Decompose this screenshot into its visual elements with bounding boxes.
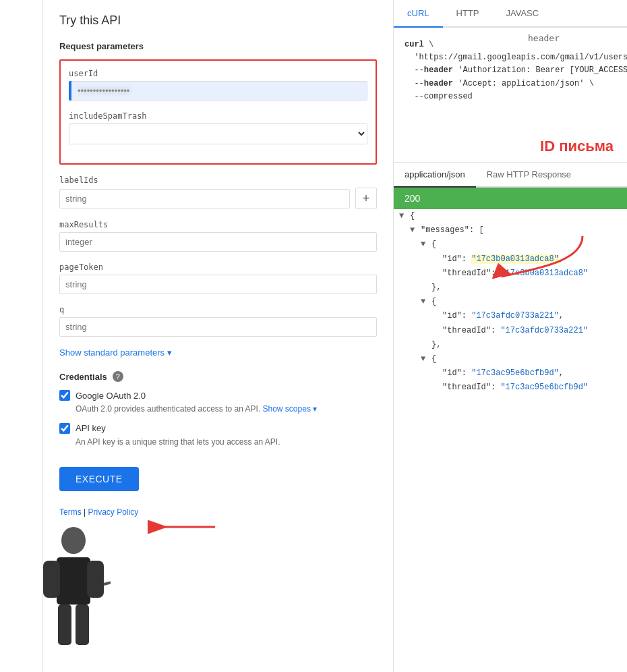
terms-pipe: | [84, 507, 86, 517]
tab-javascript[interactable]: JAVASC [492, 0, 552, 28]
response-tabs: application/json Raw HTTP Response [394, 163, 627, 188]
credentials-title: Credentials [59, 372, 107, 382]
code-area: curl \ 'https://gmail.googleapis.com/gma… [394, 28, 627, 163]
svg-rect-2 [43, 561, 60, 598]
q-label: q [59, 305, 377, 314]
userid-input-bar [69, 81, 71, 101]
json-item2-close: }, [394, 338, 627, 352]
json-item3-open: ▼ { [394, 352, 627, 366]
terms-link[interactable]: Terms [59, 507, 82, 517]
right-panel: cURL HTTP JAVASC curl \ 'https://gmail.g… [394, 0, 627, 672]
maxresults-input[interactable] [59, 232, 377, 252]
json-item1-id: "id": "17c3b0a0313adca8", [394, 252, 627, 267]
request-params-box: userId includeSpamTrash true false [59, 59, 377, 165]
header-annotation: header [528, 33, 560, 43]
json-item2-id: "id": "17c3afdc0733a221", [394, 309, 627, 323]
pagetoken-input[interactable] [59, 275, 377, 294]
tab-curl[interactable]: cURL [394, 0, 443, 28]
json-item2-open: ▼ { [394, 295, 627, 309]
labelids-label: labelIds [59, 175, 377, 185]
code-line-3: --header 'Authorization: Bearer [YOUR_AC… [405, 64, 616, 77]
execute-button[interactable]: EXECUTE [59, 467, 139, 491]
code-line-1: curl \ [405, 38, 616, 51]
oauth-label[interactable]: Google OAuth 2.0 [59, 390, 377, 401]
execute-arrow-svg [141, 513, 222, 540]
userid-label: userId [69, 69, 367, 78]
main-content: Try this API Request parameters userId i… [43, 0, 627, 672]
person-figure [43, 517, 111, 652]
userid-group: userId [69, 69, 367, 101]
maxresults-group: maxResults [59, 220, 377, 252]
json-item2-collapse-icon[interactable]: ▼ [421, 296, 431, 308]
left-panel: Try this API Request parameters userId i… [43, 0, 394, 672]
apikey-label[interactable]: API key [59, 423, 377, 434]
tab-raw-http[interactable]: Raw HTTP Response [476, 163, 582, 188]
code-line-5: --compressed [405, 90, 616, 103]
svg-rect-4 [58, 605, 71, 645]
json-messages-collapse-icon[interactable]: ▼ [410, 224, 421, 237]
show-standard-params-link[interactable]: Show standard parameters ▾ [59, 347, 377, 358]
svg-rect-5 [76, 605, 89, 645]
show-scopes-text: Show scopes [263, 404, 311, 414]
svg-rect-1 [57, 557, 90, 605]
include-spam-trash-label: includeSpamTrash [69, 111, 367, 121]
json-item1-threadid: "threadId": "17c3b0a0313adca8" [394, 267, 627, 281]
code-tabs: cURL HTTP JAVASC [394, 0, 627, 28]
labelids-group: labelIds + [59, 175, 377, 209]
request-params-title: Request parameters [59, 41, 377, 51]
json-messages-key: ▼ "messages": [ [394, 223, 627, 237]
userid-input-wrapper [69, 81, 367, 101]
include-spam-trash-select[interactable]: true false [69, 123, 367, 144]
status-bar: 200 [394, 188, 627, 209]
maxresults-label: maxResults [59, 220, 377, 229]
oauth-desc: OAuth 2.0 provides authenticated access … [59, 403, 377, 415]
privacy-link[interactable]: Privacy Policy [88, 507, 138, 517]
apikey-credential-item: API key An API key is a unique string th… [59, 423, 377, 448]
json-item1-collapse-icon[interactable]: ▼ [421, 238, 431, 251]
json-item2-threadid: "threadId": "17c3afdc0733a221" [394, 324, 627, 338]
scopes-chevron-icon: ▾ [313, 404, 317, 414]
svg-point-0 [61, 527, 86, 554]
page-title: Try this API [59, 13, 377, 28]
json-collapse-icon[interactable]: ▼ [399, 210, 410, 223]
apikey-label-text: API key [76, 423, 106, 433]
oauth-checkbox[interactable] [59, 390, 70, 401]
q-input[interactable] [59, 317, 377, 337]
code-line-4: --header 'Accept: application/json' \ [405, 78, 616, 90]
chevron-down-icon: ▾ [167, 347, 172, 358]
oauth-desc-text: OAuth 2.0 provides authenticated access … [76, 404, 260, 414]
labelids-row: + [59, 188, 377, 209]
oauth-credential-item: Google OAuth 2.0 OAuth 2.0 provides auth… [59, 390, 377, 415]
labelids-input[interactable] [59, 189, 350, 208]
userid-input[interactable] [69, 81, 367, 101]
id-letter-label: ID письма [540, 138, 614, 155]
response-body: ▼ { ▼ "messages": [ ▼ { "id": "17c3b0a03… [394, 209, 627, 672]
apikey-checkbox[interactable] [59, 423, 70, 434]
right-panel-wrapper: cURL HTTP JAVASC curl \ 'https://gmail.g… [394, 0, 627, 672]
json-item1-close: }, [394, 281, 627, 295]
credentials-header: Credentials ? [59, 371, 377, 382]
show-scopes-link[interactable]: Show scopes ▾ [263, 404, 318, 414]
json-item3-threadid: "threadId": "17c3ac95e6bcfb9d" [394, 381, 627, 395]
json-open-brace: ▼ { [394, 209, 627, 223]
oauth-label-text: Google OAuth 2.0 [76, 391, 146, 401]
sidebar-strip [0, 0, 43, 672]
code-line-2: 'https://gmail.googleapis.com/gmail/v1/u… [405, 51, 616, 64]
tab-application-json[interactable]: application/json [394, 163, 476, 188]
json-item3-id: "id": "17c3ac95e6bcfb9d", [394, 366, 627, 381]
q-group: q [59, 305, 377, 337]
labelids-add-button[interactable]: + [355, 188, 377, 209]
apikey-desc: An API key is a unique string that lets … [59, 437, 377, 448]
show-standard-params-text: Show standard parameters [59, 347, 165, 358]
svg-rect-3 [87, 561, 104, 598]
include-spam-trash-group: includeSpamTrash true false [69, 111, 367, 144]
help-icon[interactable]: ? [113, 371, 123, 382]
tab-http[interactable]: HTTP [443, 0, 493, 28]
svg-line-6 [104, 578, 111, 584]
pagetoken-group: pageToken [59, 262, 377, 294]
json-item3-collapse-icon[interactable]: ▼ [421, 353, 431, 366]
pagetoken-label: pageToken [59, 262, 377, 272]
json-item1-open: ▼ { [394, 237, 627, 252]
